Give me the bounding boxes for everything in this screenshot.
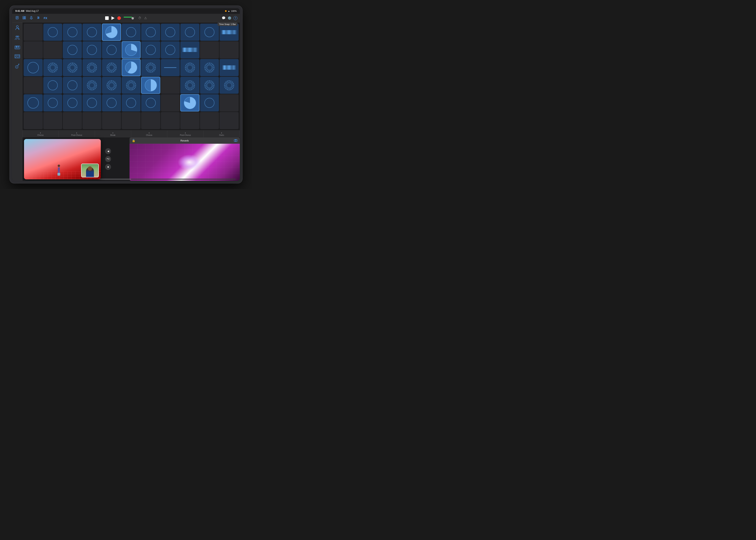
loop-cell[interactable] — [102, 41, 121, 59]
volume-control[interactable] — [124, 17, 135, 20]
loop-cell[interactable] — [24, 94, 43, 111]
mic-btn[interactable] — [29, 16, 34, 21]
stop-btn[interactable] — [105, 16, 109, 20]
loop-cell[interactable] — [122, 24, 141, 41]
loop-cell[interactable] — [24, 59, 43, 76]
loop-cell[interactable] — [200, 77, 219, 94]
svg-point-58 — [67, 45, 77, 55]
loop-cell[interactable] — [161, 112, 180, 129]
loop-cell[interactable] — [63, 41, 82, 59]
loop-cell[interactable] — [102, 94, 121, 111]
loop-cell[interactable] — [141, 41, 160, 59]
loop-cell[interactable] — [82, 41, 102, 59]
loop-cell[interactable] — [82, 112, 102, 129]
loop-cell[interactable] — [24, 24, 43, 41]
loop-cell[interactable] — [180, 112, 199, 129]
loop-cell[interactable] — [180, 94, 199, 111]
mini-back-btn[interactable]: ◀ — [105, 148, 111, 154]
loop-cell[interactable] — [24, 77, 43, 94]
loop-cell[interactable] — [102, 77, 121, 94]
loop-cell[interactable] — [219, 59, 239, 76]
section-break[interactable]: ▲ Break — [95, 131, 131, 137]
loop-cell[interactable] — [122, 41, 141, 59]
loop-cell[interactable] — [63, 112, 82, 129]
loop-cell[interactable] — [82, 94, 102, 111]
play-btn[interactable] — [111, 16, 115, 20]
mixer-btn[interactable] — [36, 16, 41, 21]
loop-cell[interactable] — [102, 24, 121, 41]
chat-btn[interactable]: 💬 — [222, 16, 226, 20]
mini-square-btn[interactable]: ■ — [105, 164, 111, 170]
loop-cell[interactable] — [63, 24, 82, 41]
loop-cell[interactable] — [200, 24, 219, 41]
sidebar-item-band[interactable] — [15, 35, 20, 42]
loop-cell[interactable] — [180, 24, 199, 41]
loop-cell[interactable] — [102, 112, 121, 129]
loop-cell[interactable] — [141, 24, 160, 41]
mini-wave-btn[interactable]: 〜 — [105, 156, 111, 162]
reverb-lock-icon[interactable]: 🔓 — [132, 139, 135, 142]
loop-cell[interactable] — [43, 112, 63, 129]
loop-cell[interactable] — [141, 94, 160, 111]
loop-cell[interactable] — [180, 77, 199, 94]
loop-cell[interactable] — [63, 77, 82, 94]
sidebar-item-sequencer[interactable] — [15, 54, 20, 60]
loop-cell[interactable] — [161, 94, 180, 111]
metronome-icon[interactable]: ⏱ — [138, 16, 141, 20]
loop-cell[interactable] — [200, 59, 219, 76]
layout-btn[interactable] — [22, 16, 27, 21]
loop-cell[interactable] — [43, 24, 63, 41]
loop-cell[interactable] — [63, 94, 82, 111]
loop-cell[interactable] — [122, 94, 141, 111]
section-chorus[interactable]: ▲ Chorus — [23, 131, 59, 137]
loop-cell[interactable] — [161, 77, 180, 94]
loop-cell[interactable] — [24, 112, 43, 129]
loop-cell[interactable] — [200, 94, 219, 111]
loop-cell[interactable] — [102, 59, 121, 76]
loop-cell[interactable] — [200, 41, 219, 59]
sidebar-item-guitar[interactable] — [15, 63, 20, 70]
loop-cell[interactable] — [161, 59, 180, 76]
loop-cell[interactable] — [161, 24, 180, 41]
loop-cell[interactable] — [141, 77, 160, 94]
loop-cell[interactable] — [161, 41, 180, 59]
loop-cell[interactable] — [82, 24, 102, 41]
loop-cell[interactable] — [122, 112, 141, 129]
section-post-chorus[interactable]: ▲ Post-Chorus — [59, 131, 95, 137]
loop-cell[interactable] — [43, 94, 63, 111]
loop-cell[interactable] — [43, 59, 63, 76]
reverb-camera-icon[interactable] — [234, 139, 237, 142]
fx-btn[interactable]: FX — [43, 16, 48, 20]
loop-cell[interactable] — [43, 77, 63, 94]
facetime-window[interactable] — [24, 139, 101, 179]
loop-cell[interactable] — [63, 59, 82, 76]
loop-cell[interactable] — [122, 77, 141, 94]
loop-cell[interactable] — [82, 59, 102, 76]
section-post-chorus2[interactable]: ▲ Post-Chorus — [167, 131, 203, 137]
facetime-self-preview[interactable] — [81, 164, 99, 177]
help-btn[interactable]: ? — [233, 16, 237, 20]
loop-cell[interactable] — [219, 24, 239, 41]
document-btn[interactable] — [15, 16, 20, 21]
loop-cell[interactable] — [43, 41, 63, 59]
section-chorus2[interactable]: ▲ Chorus — [131, 131, 167, 137]
loop-cell[interactable] — [141, 112, 160, 129]
svg-line-190 — [210, 63, 211, 65]
section-outro[interactable]: ▲ Outro — [203, 131, 240, 137]
loop-cell[interactable] — [122, 59, 141, 76]
loop-cell[interactable] — [180, 41, 199, 59]
settings-btn[interactable]: ⚙️ — [228, 16, 231, 20]
loop-cell[interactable] — [219, 77, 239, 94]
record-btn[interactable] — [117, 16, 121, 20]
sidebar-item-vocalist[interactable] — [15, 25, 20, 32]
loop-cell[interactable] — [219, 41, 239, 59]
loop-cell[interactable] — [180, 59, 199, 76]
loop-cell[interactable] — [141, 59, 160, 76]
loop-cell[interactable] — [219, 112, 239, 129]
svg-line-160 — [192, 68, 194, 69]
loop-cell[interactable] — [24, 41, 43, 59]
loop-cell[interactable] — [200, 112, 219, 129]
loop-cell[interactable] — [82, 77, 102, 94]
loop-cell[interactable] — [219, 94, 239, 111]
sidebar-item-keyboard[interactable] — [15, 45, 20, 51]
